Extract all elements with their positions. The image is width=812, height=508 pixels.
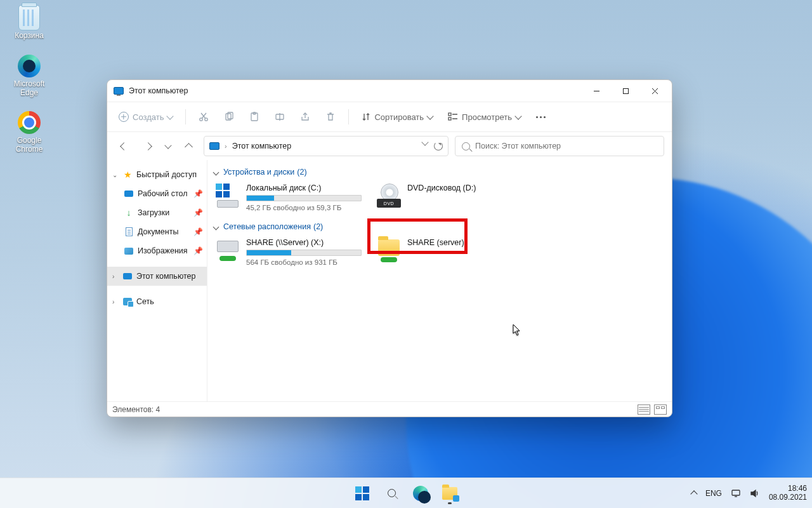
item-share-server[interactable]: SHARE (server) <box>375 236 525 268</box>
chevron-down-icon <box>167 112 174 119</box>
pin-icon: 📌 <box>193 246 203 255</box>
up-button[interactable] <box>180 137 197 155</box>
pin-icon: 📌 <box>193 227 203 236</box>
taskbar-search[interactable] <box>379 481 404 506</box>
content-pane[interactable]: Устройства и диски (2) Локальный диск (C… <box>207 160 672 401</box>
chrome-icon <box>18 111 41 134</box>
network-drive-icon <box>216 238 240 262</box>
sidebar-pictures[interactable]: Изображения 📌 <box>107 241 207 260</box>
new-button[interactable]: Создать <box>112 106 179 128</box>
new-label: Создать <box>133 112 164 122</box>
item-sub: 45,2 ГБ свободно из 59,3 ГБ <box>246 204 362 211</box>
group-devices[interactable]: Устройства и диски (2) <box>214 168 665 177</box>
cut-button[interactable] <box>192 106 215 128</box>
maximize-button[interactable] <box>611 81 640 101</box>
recycle-label: Корзина <box>15 32 44 41</box>
chevron-down-icon: ⌄ <box>112 171 119 178</box>
copy-button[interactable] <box>218 106 240 128</box>
sidebar-documents[interactable]: Документы 📌 <box>107 222 207 241</box>
paste-button[interactable] <box>243 106 266 128</box>
taskbar-edge[interactable] <box>408 481 433 506</box>
sidebar-downloads[interactable]: ↓ Загрузки 📌 <box>107 203 207 222</box>
svg-point-5 <box>205 118 207 121</box>
back-button[interactable] <box>115 137 133 155</box>
details-view-button[interactable] <box>638 404 650 415</box>
navbar: › Этот компьютер <box>107 132 672 160</box>
desktop-label: Рабочий стол <box>138 189 187 198</box>
dots-icon <box>536 116 546 118</box>
svg-rect-1 <box>623 88 628 93</box>
network-icon[interactable] <box>731 489 741 498</box>
pin-icon: 📌 <box>193 208 203 217</box>
item-sub: 564 ГБ свободно из 931 ГБ <box>246 258 362 266</box>
usage-bar <box>246 250 362 256</box>
recent-button[interactable] <box>163 137 173 155</box>
address-bar[interactable]: › Этот компьютер <box>204 136 449 156</box>
system-tray: ENG 18:46 08.09.2021 <box>691 485 807 502</box>
chevron-down-icon <box>213 224 219 230</box>
toolbar: Создать Сортировать Просмотреть <box>107 102 672 132</box>
explorer-body: ⌄ ★ Быстрый доступ Рабочий стол 📌 ↓ Загр… <box>107 160 672 401</box>
item-local-disk-c[interactable]: Локальный диск (C:) 45,2 ГБ свободно из … <box>214 182 363 213</box>
svg-rect-14 <box>449 113 451 116</box>
titlebar[interactable]: Этот компьютер <box>107 80 672 102</box>
group-network[interactable]: Сетевые расположения (2) <box>214 222 665 231</box>
item-share-x[interactable]: SHARE (\\Server) (X:) 564 ГБ свободно из… <box>214 236 363 268</box>
clock[interactable]: 18:46 08.09.2021 <box>769 485 807 502</box>
more-button[interactable] <box>530 106 552 128</box>
dvd-icon: DVD <box>377 184 401 208</box>
delete-button[interactable] <box>319 106 342 128</box>
sidebar-network[interactable]: › Сеть <box>107 292 207 311</box>
chrome-shortcut[interactable]: Google Chrome <box>5 110 53 154</box>
item-name: DVD-дисковод (D:) <box>407 184 523 192</box>
group-network-title: Сетевые расположения <box>223 222 311 231</box>
pc-icon <box>114 87 124 95</box>
chevron-down-icon <box>213 169 219 175</box>
rename-button[interactable] <box>268 106 291 128</box>
recycle-bin[interactable]: Корзина <box>5 5 53 41</box>
pictures-icon <box>124 248 133 255</box>
minimize-button[interactable] <box>582 81 611 101</box>
desktop-icon <box>124 190 133 197</box>
quick-label: Быстрый доступ <box>136 170 197 179</box>
group-devices-count: (2) <box>297 168 306 177</box>
volume-icon[interactable] <box>750 489 760 498</box>
sidebar-quick-access[interactable]: ⌄ ★ Быстрый доступ <box>107 165 207 184</box>
view-button[interactable]: Просмотреть <box>442 106 527 128</box>
taskbar-explorer[interactable] <box>437 481 462 506</box>
pin-icon: 📌 <box>193 189 203 198</box>
search-input[interactable] <box>475 142 657 150</box>
address-text: Этот компьютер <box>232 142 291 150</box>
sort-button[interactable]: Сортировать <box>355 106 439 128</box>
search-box[interactable] <box>455 136 664 156</box>
pc-icon <box>123 273 132 279</box>
chevron-down-icon <box>514 112 521 119</box>
desktop-icons: Корзина Microsoft Edge Google Chrome <box>5 5 53 154</box>
sidebar-this-pc[interactable]: › Этот компьютер <box>107 267 207 286</box>
svg-rect-18 <box>732 490 740 495</box>
tiles-view-button[interactable] <box>654 404 667 415</box>
plus-icon <box>119 112 129 122</box>
chevron-right-icon: › <box>112 298 119 305</box>
start-button[interactable] <box>350 481 375 506</box>
language-indicator[interactable]: ENG <box>705 489 722 498</box>
edge-icon <box>18 55 41 77</box>
chrome-label: Google Chrome <box>16 137 43 154</box>
forward-button[interactable] <box>139 137 157 155</box>
shared-folder-icon <box>377 238 401 262</box>
thispc-label: Этот компьютер <box>136 272 195 281</box>
view-label: Просмотреть <box>462 112 512 122</box>
star-icon: ★ <box>122 170 133 180</box>
item-dvd-drive-d[interactable]: DVD DVD-дисковод (D:) <box>375 182 525 213</box>
close-button[interactable] <box>640 81 669 101</box>
sidebar-desktop[interactable]: Рабочий стол 📌 <box>107 184 207 203</box>
svg-rect-16 <box>449 117 451 120</box>
refresh-icon[interactable] <box>434 142 443 150</box>
time: 18:46 <box>769 485 807 493</box>
pc-icon <box>209 142 219 150</box>
edge-shortcut[interactable]: Microsoft Edge <box>5 53 53 98</box>
chevron-down-icon[interactable] <box>421 138 428 145</box>
share-button[interactable] <box>294 106 317 128</box>
tray-overflow-button[interactable] <box>690 490 697 497</box>
edge-icon <box>413 486 428 501</box>
